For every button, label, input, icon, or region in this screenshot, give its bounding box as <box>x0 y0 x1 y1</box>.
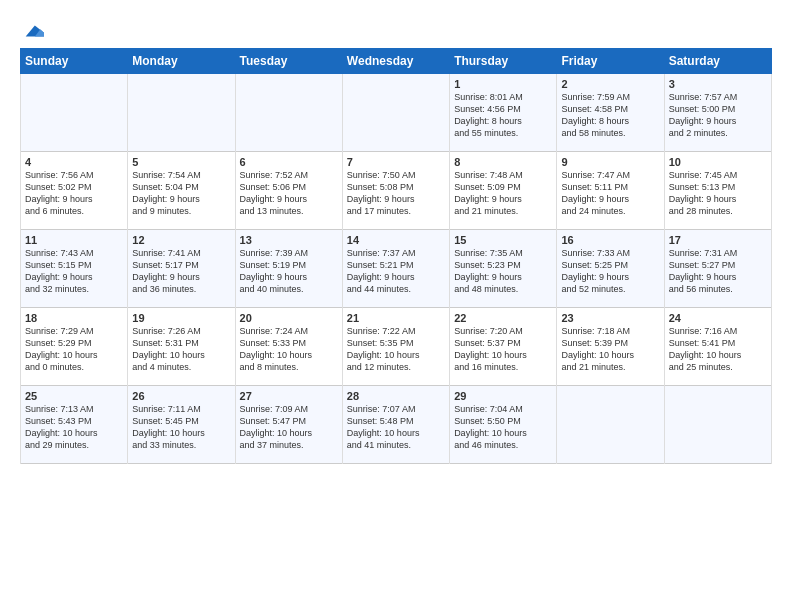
calendar-cell: 1Sunrise: 8:01 AM Sunset: 4:56 PM Daylig… <box>450 74 557 152</box>
calendar-cell: 27Sunrise: 7:09 AM Sunset: 5:47 PM Dayli… <box>235 386 342 464</box>
header-cell-friday: Friday <box>557 49 664 74</box>
cell-content: Sunrise: 7:26 AM Sunset: 5:31 PM Dayligh… <box>132 325 230 374</box>
calendar-cell: 17Sunrise: 7:31 AM Sunset: 5:27 PM Dayli… <box>664 230 771 308</box>
day-number: 26 <box>132 390 230 402</box>
day-number: 1 <box>454 78 552 90</box>
header-cell-tuesday: Tuesday <box>235 49 342 74</box>
cell-content: Sunrise: 7:24 AM Sunset: 5:33 PM Dayligh… <box>240 325 338 374</box>
calendar-cell: 25Sunrise: 7:13 AM Sunset: 5:43 PM Dayli… <box>21 386 128 464</box>
header-cell-sunday: Sunday <box>21 49 128 74</box>
cell-content: Sunrise: 7:59 AM Sunset: 4:58 PM Dayligh… <box>561 91 659 140</box>
day-number: 5 <box>132 156 230 168</box>
header-cell-thursday: Thursday <box>450 49 557 74</box>
header-row: SundayMondayTuesdayWednesdayThursdayFrid… <box>21 49 772 74</box>
day-number: 2 <box>561 78 659 90</box>
calendar-cell: 26Sunrise: 7:11 AM Sunset: 5:45 PM Dayli… <box>128 386 235 464</box>
calendar-cell <box>664 386 771 464</box>
calendar-cell <box>21 74 128 152</box>
calendar-cell: 10Sunrise: 7:45 AM Sunset: 5:13 PM Dayli… <box>664 152 771 230</box>
calendar-cell: 13Sunrise: 7:39 AM Sunset: 5:19 PM Dayli… <box>235 230 342 308</box>
calendar-cell: 12Sunrise: 7:41 AM Sunset: 5:17 PM Dayli… <box>128 230 235 308</box>
day-number: 18 <box>25 312 123 324</box>
calendar-cell: 20Sunrise: 7:24 AM Sunset: 5:33 PM Dayli… <box>235 308 342 386</box>
calendar-cell: 2Sunrise: 7:59 AM Sunset: 4:58 PM Daylig… <box>557 74 664 152</box>
cell-content: Sunrise: 7:52 AM Sunset: 5:06 PM Dayligh… <box>240 169 338 218</box>
calendar-cell: 8Sunrise: 7:48 AM Sunset: 5:09 PM Daylig… <box>450 152 557 230</box>
day-number: 15 <box>454 234 552 246</box>
calendar-cell: 21Sunrise: 7:22 AM Sunset: 5:35 PM Dayli… <box>342 308 449 386</box>
cell-content: Sunrise: 7:22 AM Sunset: 5:35 PM Dayligh… <box>347 325 445 374</box>
cell-content: Sunrise: 7:56 AM Sunset: 5:02 PM Dayligh… <box>25 169 123 218</box>
calendar-cell: 6Sunrise: 7:52 AM Sunset: 5:06 PM Daylig… <box>235 152 342 230</box>
cell-content: Sunrise: 7:50 AM Sunset: 5:08 PM Dayligh… <box>347 169 445 218</box>
cell-content: Sunrise: 7:39 AM Sunset: 5:19 PM Dayligh… <box>240 247 338 296</box>
calendar-cell: 4Sunrise: 7:56 AM Sunset: 5:02 PM Daylig… <box>21 152 128 230</box>
cell-content: Sunrise: 7:47 AM Sunset: 5:11 PM Dayligh… <box>561 169 659 218</box>
header <box>20 18 772 40</box>
cell-content: Sunrise: 7:41 AM Sunset: 5:17 PM Dayligh… <box>132 247 230 296</box>
calendar-cell: 3Sunrise: 7:57 AM Sunset: 5:00 PM Daylig… <box>664 74 771 152</box>
day-number: 8 <box>454 156 552 168</box>
cell-content: Sunrise: 7:07 AM Sunset: 5:48 PM Dayligh… <box>347 403 445 452</box>
calendar-cell <box>557 386 664 464</box>
day-number: 23 <box>561 312 659 324</box>
cell-content: Sunrise: 7:48 AM Sunset: 5:09 PM Dayligh… <box>454 169 552 218</box>
page: SundayMondayTuesdayWednesdayThursdayFrid… <box>0 0 792 474</box>
day-number: 28 <box>347 390 445 402</box>
calendar-table: SundayMondayTuesdayWednesdayThursdayFrid… <box>20 48 772 464</box>
calendar-cell: 11Sunrise: 7:43 AM Sunset: 5:15 PM Dayli… <box>21 230 128 308</box>
week-row-0: 1Sunrise: 8:01 AM Sunset: 4:56 PM Daylig… <box>21 74 772 152</box>
calendar-cell: 18Sunrise: 7:29 AM Sunset: 5:29 PM Dayli… <box>21 308 128 386</box>
day-number: 27 <box>240 390 338 402</box>
day-number: 25 <box>25 390 123 402</box>
calendar-cell: 28Sunrise: 7:07 AM Sunset: 5:48 PM Dayli… <box>342 386 449 464</box>
day-number: 21 <box>347 312 445 324</box>
calendar-cell: 5Sunrise: 7:54 AM Sunset: 5:04 PM Daylig… <box>128 152 235 230</box>
day-number: 7 <box>347 156 445 168</box>
calendar-cell: 19Sunrise: 7:26 AM Sunset: 5:31 PM Dayli… <box>128 308 235 386</box>
header-cell-saturday: Saturday <box>664 49 771 74</box>
calendar-cell: 7Sunrise: 7:50 AM Sunset: 5:08 PM Daylig… <box>342 152 449 230</box>
calendar-cell <box>128 74 235 152</box>
week-row-3: 18Sunrise: 7:29 AM Sunset: 5:29 PM Dayli… <box>21 308 772 386</box>
calendar-cell: 29Sunrise: 7:04 AM Sunset: 5:50 PM Dayli… <box>450 386 557 464</box>
cell-content: Sunrise: 7:29 AM Sunset: 5:29 PM Dayligh… <box>25 325 123 374</box>
cell-content: Sunrise: 7:20 AM Sunset: 5:37 PM Dayligh… <box>454 325 552 374</box>
day-number: 24 <box>669 312 767 324</box>
cell-content: Sunrise: 7:18 AM Sunset: 5:39 PM Dayligh… <box>561 325 659 374</box>
calendar-cell: 23Sunrise: 7:18 AM Sunset: 5:39 PM Dayli… <box>557 308 664 386</box>
week-row-1: 4Sunrise: 7:56 AM Sunset: 5:02 PM Daylig… <box>21 152 772 230</box>
cell-content: Sunrise: 7:09 AM Sunset: 5:47 PM Dayligh… <box>240 403 338 452</box>
day-number: 16 <box>561 234 659 246</box>
cell-content: Sunrise: 8:01 AM Sunset: 4:56 PM Dayligh… <box>454 91 552 140</box>
day-number: 19 <box>132 312 230 324</box>
cell-content: Sunrise: 7:45 AM Sunset: 5:13 PM Dayligh… <box>669 169 767 218</box>
day-number: 22 <box>454 312 552 324</box>
week-row-4: 25Sunrise: 7:13 AM Sunset: 5:43 PM Dayli… <box>21 386 772 464</box>
logo <box>20 22 44 40</box>
cell-content: Sunrise: 7:11 AM Sunset: 5:45 PM Dayligh… <box>132 403 230 452</box>
cell-content: Sunrise: 7:13 AM Sunset: 5:43 PM Dayligh… <box>25 403 123 452</box>
calendar-cell: 14Sunrise: 7:37 AM Sunset: 5:21 PM Dayli… <box>342 230 449 308</box>
day-number: 11 <box>25 234 123 246</box>
logo-icon <box>22 20 44 42</box>
calendar-cell: 24Sunrise: 7:16 AM Sunset: 5:41 PM Dayli… <box>664 308 771 386</box>
calendar-cell <box>235 74 342 152</box>
cell-content: Sunrise: 7:57 AM Sunset: 5:00 PM Dayligh… <box>669 91 767 140</box>
calendar-cell: 16Sunrise: 7:33 AM Sunset: 5:25 PM Dayli… <box>557 230 664 308</box>
cell-content: Sunrise: 7:16 AM Sunset: 5:41 PM Dayligh… <box>669 325 767 374</box>
day-number: 13 <box>240 234 338 246</box>
cell-content: Sunrise: 7:33 AM Sunset: 5:25 PM Dayligh… <box>561 247 659 296</box>
day-number: 14 <box>347 234 445 246</box>
calendar-header: SundayMondayTuesdayWednesdayThursdayFrid… <box>21 49 772 74</box>
day-number: 20 <box>240 312 338 324</box>
cell-content: Sunrise: 7:43 AM Sunset: 5:15 PM Dayligh… <box>25 247 123 296</box>
day-number: 12 <box>132 234 230 246</box>
day-number: 9 <box>561 156 659 168</box>
week-row-2: 11Sunrise: 7:43 AM Sunset: 5:15 PM Dayli… <box>21 230 772 308</box>
cell-content: Sunrise: 7:04 AM Sunset: 5:50 PM Dayligh… <box>454 403 552 452</box>
day-number: 17 <box>669 234 767 246</box>
calendar-cell: 15Sunrise: 7:35 AM Sunset: 5:23 PM Dayli… <box>450 230 557 308</box>
cell-content: Sunrise: 7:37 AM Sunset: 5:21 PM Dayligh… <box>347 247 445 296</box>
calendar-cell: 22Sunrise: 7:20 AM Sunset: 5:37 PM Dayli… <box>450 308 557 386</box>
